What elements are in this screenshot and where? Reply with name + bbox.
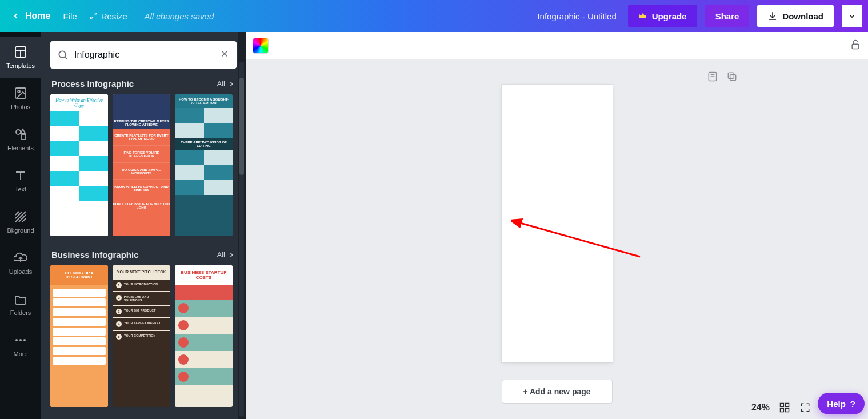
nav-uploads[interactable]: Uploads <box>0 242 41 284</box>
nav-templates[interactable]: Templates <box>0 37 41 78</box>
photos-icon <box>14 86 27 100</box>
nav-label: Elements <box>7 145 34 151</box>
resize-button[interactable]: Resize <box>90 11 127 21</box>
canvas-stage[interactable]: + Add a new page 24% Help ? <box>246 59 868 419</box>
nav-background[interactable]: Bkground <box>0 201 41 242</box>
section-header-business: Business Infographic All <box>41 249 246 265</box>
more-icon <box>14 333 27 347</box>
download-button[interactable]: Download <box>757 5 834 27</box>
nav-photos[interactable]: Photos <box>0 78 41 119</box>
crown-icon <box>638 11 647 21</box>
panel-scrollbar[interactable] <box>238 32 246 419</box>
main-area: Templates Photos Elements Text Bkground … <box>0 32 868 419</box>
nav-elements[interactable]: Elements <box>0 119 41 160</box>
templates-panel: Process Infographic All How to Write an … <box>41 32 246 419</box>
svg-point-7 <box>18 90 20 93</box>
nav-more[interactable]: More <box>0 325 41 366</box>
svg-rect-28 <box>728 73 734 78</box>
close-icon <box>219 49 230 59</box>
template-thumbnail[interactable]: OPENING UP A RESTAURANT <box>50 265 108 407</box>
template-thumbnail[interactable]: BUSINESS STARTUP COSTS <box>175 265 233 407</box>
nav-folders[interactable]: Folders <box>0 284 41 325</box>
color-picker-button[interactable] <box>253 38 269 54</box>
svg-line-0 <box>94 13 97 15</box>
thumb-mid: THERE ARE TWO KINDS OF EDITING <box>175 138 233 150</box>
resize-icon <box>90 12 98 20</box>
nav-label: Bkground <box>7 227 34 234</box>
uploads-icon <box>14 251 27 265</box>
lock-button[interactable] <box>850 39 861 53</box>
svg-rect-23 <box>852 44 859 49</box>
clear-search-button[interactable] <box>219 49 230 61</box>
all-label: All <box>217 79 225 88</box>
thumb-caption: YOUR NEXT PITCH DECK <box>113 265 170 278</box>
top-bar: Home File Resize All changes saved Infog… <box>0 0 868 32</box>
download-label: Download <box>782 11 823 21</box>
templates-icon <box>14 45 27 59</box>
download-options-button[interactable] <box>842 5 862 27</box>
page-tools <box>707 71 738 82</box>
all-label: All <box>217 250 225 259</box>
upgrade-button[interactable]: Upgrade <box>628 5 697 27</box>
chevron-right-icon <box>227 251 235 259</box>
search-input[interactable] <box>74 50 214 60</box>
section-all-link[interactable]: All <box>217 250 235 259</box>
help-button[interactable]: Help ? <box>818 393 865 414</box>
section-all-link[interactable]: All <box>217 79 235 88</box>
text-icon <box>14 169 27 182</box>
section-title: Process Infographic <box>51 79 134 89</box>
svg-point-17 <box>19 339 22 341</box>
nav-label: Folders <box>10 309 31 316</box>
chevron-right-icon <box>227 80 235 88</box>
template-thumbnail[interactable]: YOUR NEXT PITCH DECK 1YOUR INTRODUCTION … <box>113 265 170 407</box>
lock-icon <box>850 39 861 50</box>
nav-label: Uploads <box>9 268 32 275</box>
nav-text[interactable]: Text <box>0 160 41 201</box>
svg-point-19 <box>59 51 66 58</box>
home-label: Home <box>25 11 50 21</box>
question-icon: ? <box>850 399 855 409</box>
context-toolbar <box>246 32 868 59</box>
grid-view-icon[interactable] <box>779 402 790 413</box>
svg-line-1 <box>90 17 93 19</box>
thumbnail-row: OPENING UP A RESTAURANT YOUR NEXT PITCH … <box>41 265 246 419</box>
template-thumbnail[interactable]: HOW TO BECOME A SOUGHT-AFTER EDITOR THER… <box>175 94 233 236</box>
document-title[interactable]: Infographic - Untitled <box>537 11 616 21</box>
nav-label: Photos <box>11 103 30 110</box>
home-button[interactable]: Home <box>11 11 50 21</box>
left-nav: Templates Photos Elements Text Bkground … <box>0 32 41 419</box>
svg-rect-27 <box>730 75 735 81</box>
fullscreen-icon[interactable] <box>799 402 811 413</box>
chevron-left-icon <box>11 11 21 21</box>
thumb-caption: OPENING UP A RESTAURANT <box>50 265 108 285</box>
notes-icon[interactable] <box>707 71 718 82</box>
search-box[interactable] <box>50 41 237 69</box>
svg-rect-30 <box>781 404 784 407</box>
add-page-button[interactable]: + Add a new page <box>502 380 613 404</box>
section-title: Business Infographic <box>51 250 139 260</box>
canvas-area: + Add a new page 24% Help ? <box>246 32 868 419</box>
svg-line-10 <box>15 212 19 215</box>
template-thumbnail[interactable]: How to Write an Effective Copy <box>50 94 108 236</box>
help-label: Help <box>827 399 846 409</box>
search-icon <box>57 49 69 61</box>
duplicate-page-icon[interactable] <box>726 71 738 82</box>
svg-line-13 <box>19 215 26 222</box>
svg-point-18 <box>23 339 26 341</box>
download-icon <box>767 11 778 21</box>
svg-line-14 <box>22 218 26 222</box>
thumb-caption: HOW TO BECOME A SOUGHT-AFTER EDITOR <box>175 94 233 108</box>
svg-point-16 <box>15 339 18 341</box>
nav-label: More <box>13 350 27 357</box>
zoom-level[interactable]: 24% <box>751 402 770 413</box>
share-button[interactable]: Share <box>705 5 750 27</box>
svg-rect-33 <box>786 409 789 412</box>
chevron-down-icon <box>847 11 857 21</box>
template-thumbnail[interactable]: KEEPING THE CREATIVE JUICES FLOWING AT H… <box>113 94 170 236</box>
nav-label: Templates <box>6 62 35 69</box>
page-canvas[interactable] <box>502 85 613 362</box>
svg-line-20 <box>65 57 67 59</box>
file-menu[interactable]: File <box>63 11 77 21</box>
svg-rect-9 <box>21 135 26 139</box>
background-icon <box>14 210 27 224</box>
